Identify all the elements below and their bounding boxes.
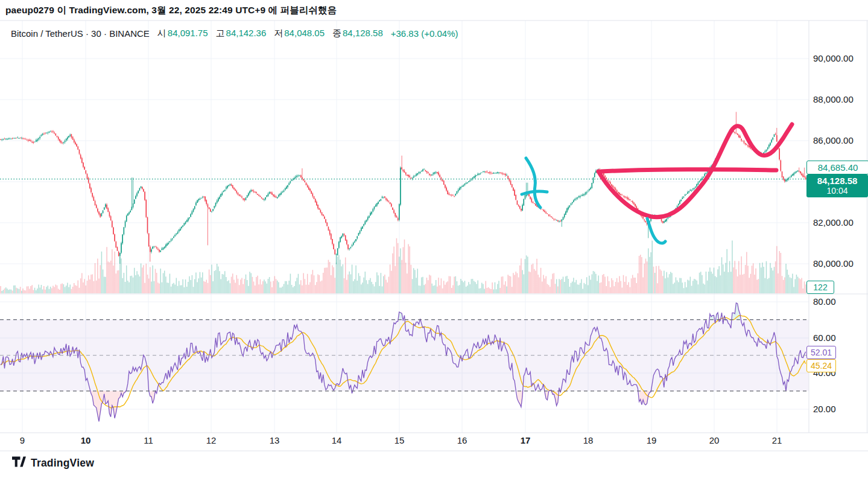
rsi-ma-value-label: 45.24 (806, 359, 836, 372)
axis-price-tick: 88,000.00 (813, 94, 866, 105)
axis-price-tick: 90,000.00 (813, 53, 866, 64)
axis-time-tick: 10 (72, 435, 100, 446)
axis-time-tick: 18 (574, 435, 602, 446)
tradingview-logo-icon (12, 456, 26, 470)
tradingview-brand-text: TradingView (31, 457, 94, 470)
axis-price-tick: 86,000.00 (813, 135, 866, 146)
brush-cyan-drawing[interactable] (526, 158, 540, 208)
axis-time-tick: 17 (512, 435, 539, 446)
tradingview-footer[interactable]: TradingView (12, 456, 94, 470)
symbol-title[interactable]: Bitcoin / TetherUS · 30 · BINANCE (11, 28, 150, 39)
rsi-value-label: 52.01 (806, 346, 836, 359)
axis-time-tick: 20 (700, 435, 728, 446)
bar-countdown: 10:04 (826, 186, 847, 196)
axis-time-tick: 9 (8, 435, 36, 446)
axis-price-tick: 80.00 (813, 296, 866, 307)
axis-price-tick: 20.00 (813, 404, 866, 415)
axis-time-tick: 15 (385, 435, 413, 446)
price-change: +36.83 (+0.04%) (391, 28, 458, 39)
ohlc-close: 종84,128.58 (332, 28, 383, 39)
axis-time-tick: 13 (261, 435, 288, 446)
publish-header: paeup0279 이 TradingView.com, 3월 22, 2025… (5, 4, 337, 17)
chart-canvas[interactable] (0, 0, 868, 478)
last-price-label: 84,128.58 10:04 (806, 174, 868, 197)
brush-pink-drawing[interactable] (601, 170, 776, 171)
symbol-legend: Bitcoin / TetherUS · 30 · BINANCE 시84,09… (11, 28, 458, 39)
axis-time-tick: 12 (197, 435, 225, 446)
ohlc-high: 고84,142.36 (216, 28, 267, 39)
last-price-value: 84,128.58 (817, 176, 858, 186)
axis-time-tick: 11 (135, 435, 162, 446)
ohlc-open: 시84,091.75 (157, 28, 208, 39)
volume-label: 122 (806, 281, 834, 294)
axis-time-tick: 19 (638, 435, 665, 446)
axis-time-tick: 14 (323, 435, 350, 446)
axis-price-tick: 60.00 (813, 333, 866, 343)
high-price-label: 84,685.40 (806, 161, 868, 174)
axis-time-tick: 16 (448, 435, 476, 446)
tradingview-snapshot: paeup0279 이 TradingView.com, 3월 22, 2025… (0, 0, 868, 478)
axis-price-tick: 80,000.00 (813, 258, 866, 269)
ohlc-low: 저84,048.05 (274, 28, 325, 39)
axis-price-tick: 82,000.00 (813, 217, 866, 228)
axis-time-tick: 21 (763, 435, 791, 446)
